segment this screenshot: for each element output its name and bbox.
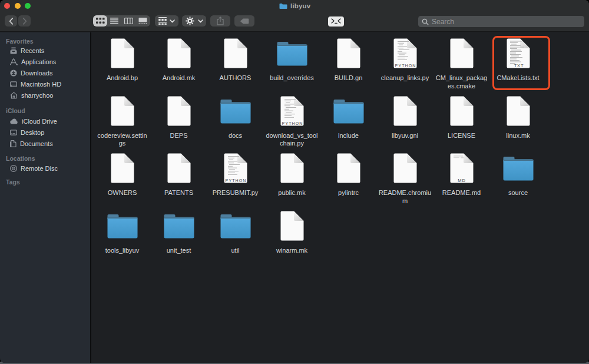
- svg-text:MD: MD: [458, 178, 465, 183]
- svg-text:PYTHON: PYTHON: [282, 121, 303, 125]
- svg-text:TXT: TXT: [514, 63, 524, 68]
- svg-text:PYTHON: PYTHON: [225, 178, 246, 183]
- svg-text:PYTHON: PYTHON: [395, 64, 416, 68]
